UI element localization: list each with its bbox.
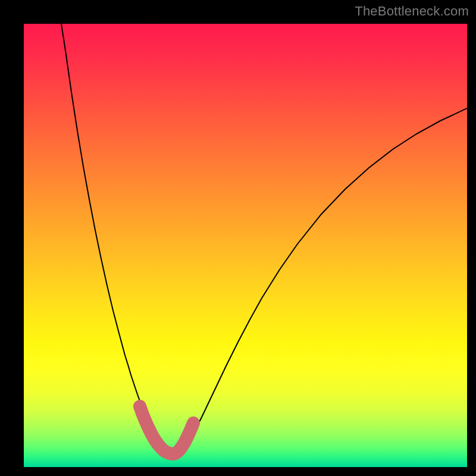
bottleneck-curve [61, 24, 467, 455]
bottleneck-marker [140, 406, 193, 454]
chart-svg [24, 24, 467, 467]
chart-frame: TheBottleneck.com [0, 0, 476, 476]
plot-area [24, 24, 467, 467]
watermark-text: TheBottleneck.com [355, 4, 469, 19]
